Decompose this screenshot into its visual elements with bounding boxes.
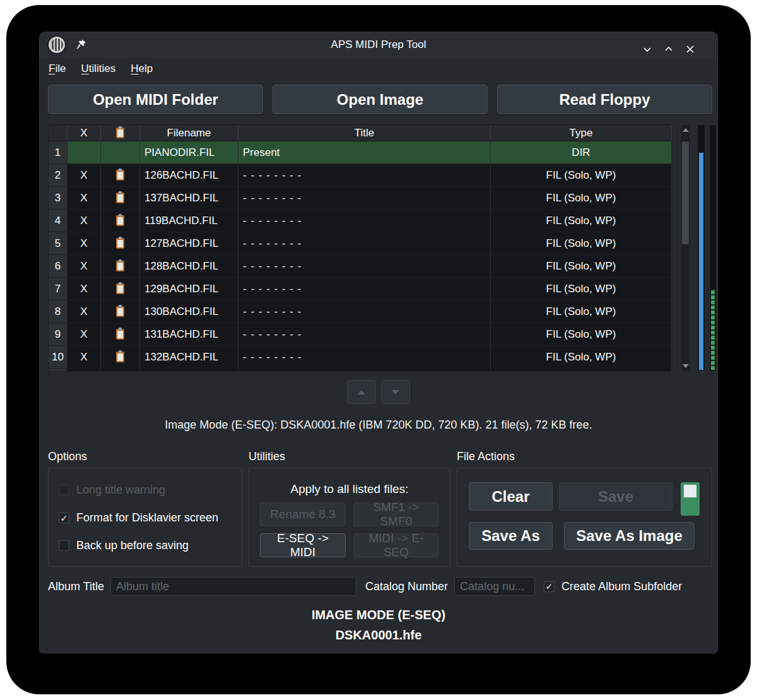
menu-file[interactable]: File xyxy=(49,62,66,75)
scroll-up-icon[interactable] xyxy=(681,125,690,135)
row-clipboard-cell xyxy=(101,255,140,278)
window-title: APS MIDI Prep Tool xyxy=(40,32,717,57)
disk-usage-segments xyxy=(711,289,715,370)
table-row[interactable]: 2 X 126BACHD.FIL - - - - - - - - FIL (So… xyxy=(49,164,672,187)
move-row-down-button[interactable] xyxy=(381,380,410,404)
row-filename: 119BACHD.FIL xyxy=(140,210,238,232)
table-header-row: X Filename Title Type xyxy=(49,125,672,141)
row-clipboard-cell xyxy=(101,300,140,323)
row-mark: X xyxy=(67,300,101,323)
open-midi-folder-button[interactable]: Open MIDI Folder xyxy=(48,85,263,114)
titlebar[interactable]: APS MIDI Prep Tool xyxy=(40,32,717,57)
row-type: FIL (Solo, WP) xyxy=(491,323,672,346)
row-mark: X xyxy=(67,232,101,255)
save-button[interactable]: Save xyxy=(559,482,672,511)
menubar: File Utilities Help xyxy=(40,57,717,80)
checkbox-icon: ✓ xyxy=(544,581,555,592)
row-clipboard-cell xyxy=(101,141,140,164)
row-mark: X xyxy=(67,323,101,346)
minimize-button[interactable] xyxy=(640,42,654,56)
rename-83-button[interactable]: Rename 8.3 xyxy=(260,502,346,526)
table-row[interactable]: 9 X 131BACHD.FIL - - - - - - - - FIL (So… xyxy=(49,323,672,346)
row-mark: X xyxy=(67,346,101,369)
row-type: FIL (Solo, WP) xyxy=(491,255,672,278)
checkbox-icon xyxy=(59,540,69,551)
clipboard-icon xyxy=(116,352,124,362)
utilities-group-label: Utilities xyxy=(249,450,285,463)
eseq-to-midi-button[interactable]: E-SEQ -> MIDI xyxy=(260,533,346,557)
row-title: - - - - - - - - xyxy=(238,164,491,187)
save-as-image-button[interactable]: Save As Image xyxy=(564,522,695,550)
file-table-region: X Filename Title Type 1 PIANODIR.FIL Pre… xyxy=(48,124,710,372)
header-title: Title xyxy=(238,125,491,141)
row-type: FIL (Solo, WP) xyxy=(491,278,672,300)
table-row[interactable]: 4 X 119BACHD.FIL - - - - - - - - FIL (So… xyxy=(49,210,672,232)
row-number: 2 xyxy=(49,164,67,187)
row-filename: 127BACHD.FIL xyxy=(140,232,238,255)
close-button[interactable] xyxy=(683,42,697,56)
catalog-number-input[interactable] xyxy=(454,577,535,596)
row-title: - - - - - - - - xyxy=(238,323,491,346)
menu-help[interactable]: Help xyxy=(131,62,153,75)
catalog-number-label: Catalog Number xyxy=(365,580,448,593)
floppy-status-indicator-icon xyxy=(681,482,700,516)
row-number: 10 xyxy=(49,346,67,369)
save-as-button[interactable]: Save As xyxy=(469,522,553,550)
row-clipboard-cell xyxy=(101,210,140,232)
row-number: 1 xyxy=(49,141,67,164)
header-type: Type xyxy=(491,125,672,141)
image-mode-text: IMAGE MODE (E-SEQ) xyxy=(40,608,717,622)
row-number: 7 xyxy=(49,278,67,300)
row-number: 3 xyxy=(49,187,67,210)
row-filename: 128BACHD.FIL xyxy=(140,255,238,278)
long-title-warning-checkbox: Long title warning xyxy=(59,483,218,497)
row-title: - - - - - - - - xyxy=(238,346,491,369)
file-actions-group: Clear Save Save As Save As Image xyxy=(457,468,712,567)
menu-utilities[interactable]: Utilities xyxy=(81,62,115,75)
row-mark: X xyxy=(67,255,101,278)
clipboard-icon xyxy=(116,329,124,340)
table-row[interactable]: 10 X 132BACHD.FIL - - - - - - - - FIL (S… xyxy=(49,346,672,369)
row-type: FIL (Solo, WP) xyxy=(491,187,672,210)
table-row[interactable]: 7 X 129BACHD.FIL - - - - - - - - FIL (So… xyxy=(49,278,672,300)
clear-button[interactable]: Clear xyxy=(469,482,553,511)
scrollbar-thumb[interactable] xyxy=(682,141,689,244)
file-table[interactable]: X Filename Title Type 1 PIANODIR.FIL Pre… xyxy=(48,124,672,372)
clipboard-icon xyxy=(116,306,124,317)
row-type: FIL (Solo, WP) xyxy=(491,346,672,369)
header-filename: Filename xyxy=(140,125,238,141)
table-row-partial[interactable] xyxy=(49,369,672,372)
row-title: - - - - - - - - xyxy=(238,210,491,232)
open-image-button[interactable]: Open Image xyxy=(273,85,488,114)
table-row[interactable]: 3 X 137BACHD.FIL - - - - - - - - FIL (So… xyxy=(49,187,672,210)
smf1-to-smf0-button[interactable]: SMF1 -> SMF0 xyxy=(353,502,439,526)
row-clipboard-cell xyxy=(101,164,140,187)
checkbox-label: Long title warning xyxy=(76,483,165,497)
app-window: APS MIDI Prep Tool File Utilities Help O… xyxy=(39,32,718,653)
format-disklavier-checkbox[interactable]: ✓ Format for Disklavier screen xyxy=(59,511,218,525)
utilities-group: Apply to all listed files: Rename 8.3 SM… xyxy=(249,468,450,567)
album-title-input[interactable] xyxy=(110,577,356,596)
row-type: FIL (Solo, WP) xyxy=(491,164,672,187)
create-album-subfolder-checkbox[interactable]: ✓ Create Album Subfolder xyxy=(544,580,682,593)
row-clipboard-cell xyxy=(101,232,140,255)
row-number: 9 xyxy=(49,323,67,346)
disk-usage-fill xyxy=(699,153,703,370)
image-filename-text: DSKA0001.hfe xyxy=(40,628,717,643)
midi-to-eseq-button[interactable]: MIDI -> E-SEQ xyxy=(353,533,439,557)
table-row[interactable]: 5 X 127BACHD.FIL - - - - - - - - FIL (So… xyxy=(49,232,672,255)
table-row[interactable]: 1 PIANODIR.FIL Present DIR xyxy=(49,141,672,164)
clipboard-icon xyxy=(116,261,124,271)
maximize-button[interactable] xyxy=(662,42,676,56)
table-scrollbar[interactable] xyxy=(681,124,690,372)
read-floppy-button[interactable]: Read Floppy xyxy=(497,85,712,114)
table-row[interactable]: 6 X 128BACHD.FIL - - - - - - - - FIL (So… xyxy=(49,255,672,278)
table-row[interactable]: 8 X 130BACHD.FIL - - - - - - - - FIL (So… xyxy=(49,300,672,323)
top-toolbar: Open MIDI Folder Open Image Read Floppy xyxy=(48,85,712,114)
row-number: 8 xyxy=(49,300,67,323)
move-row-up-button[interactable] xyxy=(347,380,376,404)
row-type: DIR xyxy=(491,141,672,164)
scroll-down-icon[interactable] xyxy=(681,361,690,371)
album-title-label: Album Title xyxy=(48,580,104,593)
backup-before-saving-checkbox[interactable]: Back up before saving xyxy=(59,539,218,552)
